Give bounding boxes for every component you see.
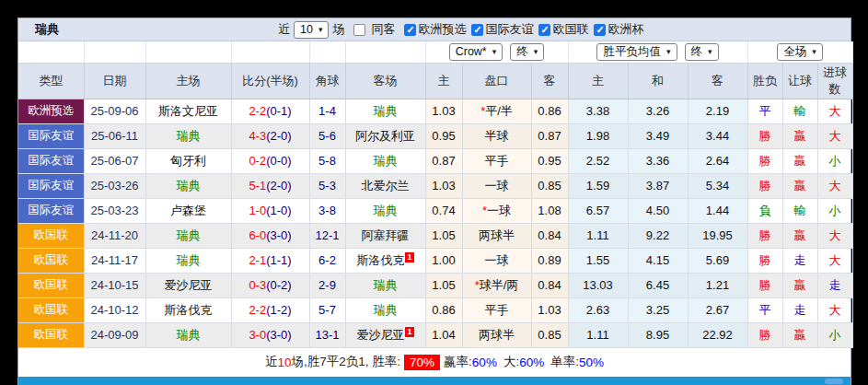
- horizontal-scrollbar[interactable]: [18, 377, 851, 385]
- toolbar-top: 瑞典 近 10 ▾ 场 同客 欧洲预选国际友谊欧国联欧洲杯: [18, 18, 851, 41]
- match-result: 勝: [747, 123, 782, 148]
- ah-home-odds: 0.74: [425, 198, 462, 223]
- away-team: 瑞典: [345, 99, 425, 123]
- match-date: 24-10-12: [84, 298, 145, 322]
- match-row: 欧国联24-09-09瑞典3-0(3-0)13-1爱沙尼亚11.04两球半0.8…: [18, 322, 852, 347]
- match-row: 欧国联24-11-20瑞典6-0(3-0)12-1阿塞拜疆1.05两球半0.84…: [18, 223, 852, 248]
- filter-checkbox-0[interactable]: [404, 24, 416, 36]
- match-date: 25-03-23: [84, 198, 145, 223]
- match-score: 4-3(2-0): [231, 123, 309, 148]
- odds-away: 2.19: [688, 99, 747, 123]
- goals-result: 小: [817, 148, 852, 173]
- bookmaker-select[interactable]: Crow* ▾: [449, 43, 503, 61]
- match-result: 勝: [747, 223, 782, 248]
- corner-score: 13-1: [309, 322, 345, 347]
- halftime-score: (1-2): [266, 303, 291, 317]
- handicap-result: 贏: [782, 148, 817, 173]
- fulltime-score: 4-3: [249, 129, 266, 143]
- match-type-badge: 欧国联: [18, 273, 84, 298]
- scrollbar-thumb[interactable]: [825, 379, 843, 384]
- match-score: 5-1(2-0): [231, 173, 309, 198]
- match-date: 24-09-09: [84, 322, 145, 347]
- match-date: 25-09-06: [84, 99, 145, 123]
- match-result: 勝: [747, 273, 782, 298]
- chevron-down-icon: ▾: [812, 48, 816, 56]
- filter-label-2: 欧国联: [552, 21, 588, 38]
- home-team: 瑞典: [145, 173, 231, 198]
- col-header-handicap-result: 让球: [782, 63, 817, 99]
- handicap-state-select[interactable]: 终 ▾: [510, 43, 544, 61]
- odds-history-panel: 瑞典 近 10 ▾ 场 同客 欧洲预选国际友谊欧国联欧洲杯: [17, 18, 851, 385]
- halftime-score: (1-0): [266, 204, 291, 217]
- same-opponent-label: 同客: [371, 21, 395, 38]
- away-team: 阿尔及利亚: [345, 123, 425, 148]
- same-opponent-checkbox[interactable]: [353, 24, 365, 36]
- summary-record: 场,胜7平2负1, 胜率:: [292, 354, 401, 370]
- col-header-ah-away: 客: [531, 63, 568, 99]
- summary-big-label: 大:: [503, 354, 519, 370]
- away-team: 斯洛伐克1: [345, 248, 425, 273]
- match-type-badge: 欧国联: [18, 248, 84, 273]
- odds-away: 22.92: [688, 322, 747, 347]
- odds-state-select[interactable]: 终 ▾: [685, 43, 719, 61]
- summary-recent-count: 10: [278, 356, 292, 369]
- filter-checkbox-2[interactable]: [538, 24, 550, 36]
- away-team: 瑞典: [345, 273, 425, 298]
- odds-draw: 3.25: [628, 298, 688, 322]
- win-rate-badge: 70%: [404, 355, 440, 370]
- filter-checkbox-1[interactable]: [471, 24, 483, 36]
- red-card-badge: 1: [405, 252, 413, 262]
- filter-checkbox-3[interactable]: [594, 24, 606, 36]
- corner-score: 12-1: [309, 223, 345, 248]
- halftime-score: (2-0): [266, 179, 291, 192]
- corner-score: 5-7: [309, 298, 345, 322]
- summary-big-value: 60%: [519, 356, 544, 369]
- halftime-score: (3-0): [266, 328, 291, 342]
- fulltime-score: 2-1: [249, 253, 266, 267]
- home-team: 斯洛伐克: [145, 298, 231, 322]
- home-team: 瑞典: [145, 248, 231, 273]
- col-header-ah-home: 主: [425, 63, 462, 99]
- handicap-result: 贏: [782, 123, 817, 148]
- star-icon: *: [482, 204, 487, 217]
- ah-away-odds: 1.08: [531, 198, 568, 223]
- ah-away-odds: 0.85: [531, 173, 568, 198]
- halftime-score: (2-0): [266, 129, 291, 143]
- filter-label-0: 欧洲预选: [418, 21, 466, 38]
- match-row: 欧国联24-11-17瑞典2-1(1-1)6-2斯洛伐克11.00一球0.891…: [18, 248, 852, 273]
- ah-home-odds: 1.05: [425, 273, 462, 298]
- corner-score: 5-6: [309, 123, 345, 148]
- scope-select[interactable]: 全场 ▾: [777, 43, 823, 61]
- goals-result: 大: [817, 298, 852, 322]
- match-date: 24-11-20: [84, 223, 145, 248]
- filter-controls: 近 10 ▾ 场 同客 欧洲预选国际友谊欧国联欧洲杯: [278, 21, 643, 39]
- odds-draw: 8.95: [628, 322, 688, 347]
- odds-mean-select[interactable]: 胜平负均值 ▾: [596, 43, 677, 61]
- handicap-result: 贏: [782, 223, 817, 248]
- corner-score: 1-4: [309, 99, 345, 123]
- match-type-badge: 欧洲预选: [18, 99, 84, 123]
- odds-draw: 4.15: [628, 248, 688, 273]
- star-icon: *: [480, 104, 485, 118]
- ah-home-odds: 0.95: [425, 123, 462, 148]
- ah-home-odds: 1.03: [425, 173, 462, 198]
- star-icon: *: [475, 278, 480, 292]
- ah-away-odds: 0.87: [531, 123, 568, 148]
- spacer-cell: [84, 41, 145, 63]
- halftime-score: (0-2): [266, 278, 291, 292]
- col-header-odds-home: 主: [568, 63, 628, 99]
- recent-count-value: 10: [300, 23, 313, 36]
- match-date: 25-03-26: [84, 173, 145, 198]
- recent-count-select[interactable]: 10 ▾: [294, 21, 329, 39]
- selects-row: Crow* ▾ 终 ▾ 胜平负均值 ▾: [18, 41, 852, 63]
- ah-away-odds: 0.84: [531, 273, 568, 298]
- halftime-score: (3-0): [266, 228, 291, 242]
- fulltime-score: 2-2: [249, 104, 266, 118]
- fulltime-score: 0-2: [249, 154, 266, 168]
- handicap-result: 走: [782, 298, 817, 322]
- match-date: 25-06-07: [84, 148, 145, 173]
- handicap-result: 贏: [782, 273, 817, 298]
- fulltime-score: 1-0: [249, 204, 266, 217]
- ah-line: 两球半: [462, 322, 531, 347]
- odds-draw: 4.50: [628, 198, 688, 223]
